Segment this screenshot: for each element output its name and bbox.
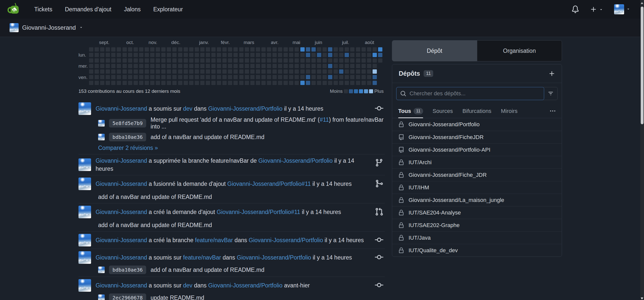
- feed-link[interactable]: Giovanni-Josserand: [96, 209, 147, 215]
- actor-avatar[interactable]: [78, 251, 91, 264]
- filter-tab-tous[interactable]: Tous11: [398, 104, 423, 118]
- heatmap-cell: [211, 47, 216, 52]
- heatmap-cell: [367, 69, 371, 74]
- feed-item: Giovanni-Josserand a créé la demande d'a…: [78, 203, 385, 232]
- feed-link[interactable]: Giovanni-Josserand: [96, 181, 147, 187]
- filter-tab-miroirs[interactable]: Miroirs: [501, 104, 517, 118]
- heatmap-cell: [272, 69, 277, 74]
- feed-link[interactable]: Giovanni-Josserand: [96, 157, 147, 164]
- nav-item-jalons[interactable]: Jalons: [124, 6, 141, 13]
- heatmap-cell: [89, 75, 93, 79]
- heatmap-month-label: août: [365, 40, 374, 45]
- scrollbar-thumb[interactable]: [641, 7, 643, 124]
- scrollbar-down-arrow[interactable]: [641, 297, 643, 299]
- heatmap-cell: [200, 64, 205, 68]
- filter-tab-bifurcations[interactable]: Bifurcations: [462, 104, 491, 118]
- heatmap-cell: [139, 64, 143, 68]
- heatmap-cell: [89, 64, 93, 68]
- repo-row[interactable]: IUT/IHM: [392, 181, 562, 194]
- actor-avatar[interactable]: [78, 234, 91, 246]
- notifications-button[interactable]: [572, 6, 579, 13]
- repo-row[interactable]: IUT/Qualite_de_dev: [392, 244, 562, 256]
- search-icon: [400, 91, 406, 97]
- page-scrollbar[interactable]: [640, 0, 644, 300]
- dashboard-switch-tabs: DépôtOrganisation: [392, 40, 562, 61]
- repo-row[interactable]: Giovanni-Josserand/FicheJDR: [392, 131, 562, 143]
- heatmap-cell: [256, 69, 260, 74]
- heatmap-cell: [256, 53, 260, 57]
- heatmap-cell: [306, 69, 310, 74]
- actor-avatar[interactable]: [78, 158, 91, 171]
- repo-row[interactable]: Giovanni-Josserand/Fiche_JDR: [392, 168, 562, 181]
- compare-commits-link[interactable]: Comparer 2 révisions »: [98, 145, 158, 151]
- lock-icon: [398, 185, 404, 191]
- actor-avatar[interactable]: [78, 279, 91, 292]
- feed-link[interactable]: #11: [320, 116, 329, 123]
- heatmap-cell: [117, 64, 121, 68]
- feed-link[interactable]: Giovanni-Josserand/Portfolio: [258, 157, 333, 164]
- commit-hash[interactable]: bdba10ae36: [109, 133, 146, 141]
- context-bar: Giovanni-Josserand: [0, 19, 640, 37]
- lock-icon: [398, 210, 404, 216]
- more-filters-button[interactable]: [550, 108, 556, 114]
- heatmap-cell: [295, 64, 299, 68]
- heatmap-cell: [111, 53, 115, 57]
- heatmap-cell: [117, 53, 121, 57]
- feed-link[interactable]: Giovanni-Josserand/Portfolio: [208, 105, 282, 112]
- feed-link[interactable]: Giovanni-Josserand/Portfolio#11: [227, 181, 311, 187]
- heatmap-cell: [245, 47, 249, 52]
- commit-hash[interactable]: 2ec2960678: [109, 293, 146, 300]
- feed-link[interactable]: Giovanni-Josserand/Portfolio: [208, 282, 282, 289]
- chevron-down-icon[interactable]: [79, 25, 83, 30]
- repo-row[interactable]: Giovanni-Josserand/Portfolio: [392, 118, 562, 131]
- heatmap-cell: [278, 75, 282, 79]
- repo-filter-button[interactable]: [544, 87, 557, 100]
- nav-item-tickets[interactable]: Tickets: [34, 6, 52, 13]
- nav-item-demandes-d-ajout[interactable]: Demandes d'ajout: [65, 6, 111, 13]
- switch-tab-organisation[interactable]: Organisation: [477, 40, 562, 61]
- new-repository-button[interactable]: [549, 70, 555, 77]
- heatmap-cell: [95, 75, 99, 79]
- feed-link[interactable]: Giovanni-Josserand/Portfolio#11: [217, 209, 300, 215]
- actor-avatar[interactable]: [78, 102, 91, 115]
- repo-row[interactable]: IUT/SAE204-Analyse: [392, 206, 562, 219]
- feed-link[interactable]: dev: [183, 105, 192, 112]
- feed-link[interactable]: feature/navBar: [195, 237, 233, 243]
- heatmap-cell: [295, 58, 299, 63]
- scrollbar-up-arrow[interactable]: [641, 2, 643, 4]
- feed-link[interactable]: Giovanni-Josserand: [96, 237, 147, 243]
- feed-link[interactable]: Giovanni-Josserand: [96, 254, 147, 261]
- repo-row[interactable]: Giovanni-Josserand/Portfolio-API: [392, 143, 562, 156]
- repo-search-input[interactable]: [410, 90, 540, 97]
- repo-row[interactable]: Giovanni-Josserand/La_maison_jungle: [392, 194, 562, 206]
- repo-row[interactable]: IUT/Java: [392, 231, 562, 244]
- feed-link[interactable]: feature/navBar: [183, 254, 221, 261]
- user-menu-button[interactable]: [614, 4, 630, 14]
- commit-hash[interactable]: bdba10ae36: [109, 266, 146, 274]
- gitea-logo-icon[interactable]: [8, 3, 21, 16]
- switch-tab-d-p-t[interactable]: Dépôt: [392, 40, 477, 61]
- heatmap-cell: [172, 81, 177, 85]
- feed-link[interactable]: Giovanni-Josserand/Portfolio: [237, 254, 311, 261]
- actor-avatar[interactable]: [78, 206, 91, 218]
- actor-avatar[interactable]: [78, 178, 91, 190]
- heatmap-cell: [217, 75, 221, 79]
- commit-hash[interactable]: 5e8fd5e7b9: [109, 119, 146, 127]
- heatmap-cell: [111, 64, 115, 68]
- filter-tab-sources[interactable]: Sources: [433, 104, 453, 118]
- heatmap-cell: [128, 47, 132, 52]
- nav-item-explorateur[interactable]: Explorateur: [153, 6, 183, 13]
- feed-link[interactable]: Giovanni-Josserand/Portfolio: [249, 237, 323, 243]
- heatmap-cell: [167, 64, 171, 68]
- repo-row[interactable]: IUT/Archi: [392, 156, 562, 168]
- feed-link[interactable]: Giovanni-Josserand: [96, 282, 147, 289]
- lock-icon: [398, 159, 404, 165]
- repo-row[interactable]: IUT/SAE202-Graphe: [392, 219, 562, 231]
- feed-link[interactable]: Giovanni-Josserand: [96, 105, 147, 112]
- heatmap-cell: [245, 75, 249, 79]
- feed-link[interactable]: dev: [183, 282, 192, 289]
- heatmap-cell: [345, 81, 349, 85]
- heatmap-cell: [272, 81, 277, 85]
- heatmap-month-label: janv.: [199, 40, 209, 45]
- create-new-button[interactable]: [590, 6, 603, 13]
